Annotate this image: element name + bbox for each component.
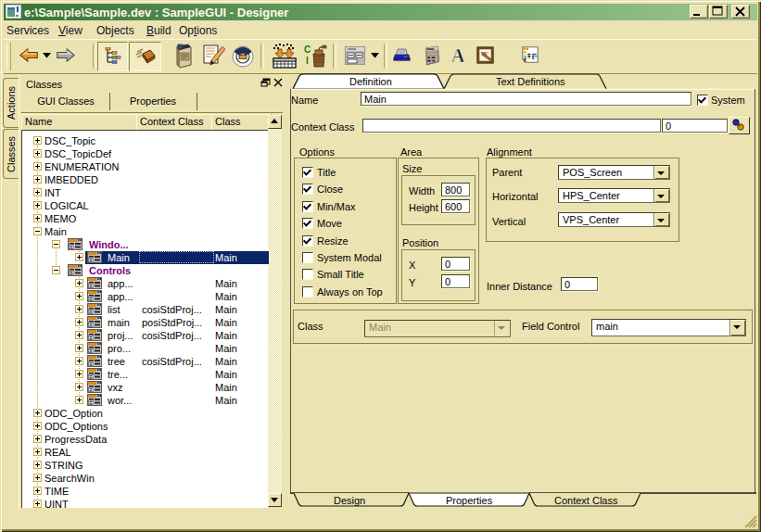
svg-text:I: I	[306, 56, 309, 66]
svg-text:C: C	[304, 44, 311, 55]
svg-text:A: A	[451, 45, 465, 65]
